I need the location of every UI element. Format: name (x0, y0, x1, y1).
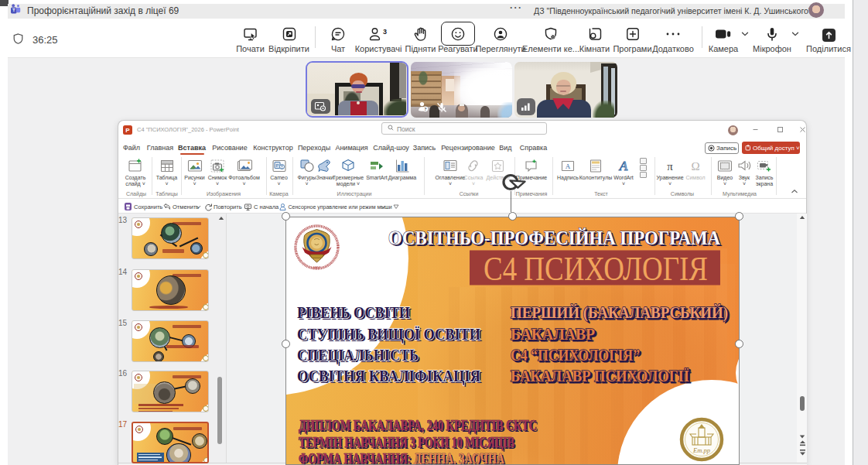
svg-text:РІВЕНЬ ОСВІТИ: РІВЕНЬ ОСВІТИ (297, 303, 410, 322)
svg-text:ОСВІТНЯ КВАЛІФІКАЦІЯ: ОСВІТНЯ КВАЛІФІКАЦІЯ (297, 365, 480, 385)
svg-text:БАКАЛАВР: БАКАЛАВР (511, 324, 595, 344)
svg-text:A: A (566, 162, 571, 170)
svg-text:P: P (275, 163, 279, 168)
svg-text:Ет.рр: Ет.рр (692, 446, 710, 454)
svg-text:?: ? (424, 106, 426, 111)
svg-text:ФОРМА НАВЧАННЯ: ДЕННА, ЗАОЧНА: ФОРМА НАВЧАННЯ: ДЕННА, ЗАОЧНА (299, 450, 504, 465)
svg-text:ДИПЛОМ БАКАЛАВРА, 240 КРЕДИТІВ: ДИПЛОМ БАКАЛАВРА, 240 КРЕДИТІВ ЄКТС (299, 417, 537, 433)
svg-text:С4 ПСИХОЛОГІЯ: С4 ПСИХОЛОГІЯ (484, 249, 708, 287)
svg-text:ТЕРМІН НАВЧАННЯ 3 РОКИ 10 МІСЯ: ТЕРМІН НАВЧАННЯ 3 РОКИ 10 МІСЯЦІВ (299, 434, 514, 450)
svg-text:A: A (619, 159, 628, 173)
svg-text:СПЕЦІАЛЬНІСТЬ: СПЕЦІАЛЬНІСТЬ (297, 345, 419, 364)
svg-text:Ω: Ω (691, 160, 699, 173)
svg-text:ОСВІТНЬО-ПРОФЕСІЙНА ПРОГРАМА: ОСВІТНЬО-ПРОФЕСІЙНА ПРОГРАМА (388, 227, 720, 248)
svg-text:π: π (667, 160, 673, 173)
svg-text:БАКАЛАВР ПСИХОЛОГІЇ: БАКАЛАВР ПСИХОЛОГІЇ (511, 365, 689, 385)
svg-text:P: P (125, 127, 130, 133)
svg-text:С4 “ПСИХОЛОГІЯ”: С4 “ПСИХОЛОГІЯ” (511, 345, 640, 364)
svg-text:T: T (12, 8, 15, 12)
svg-text:ПЕРШИЙ (БАКАЛАВРСЬКИЙ): ПЕРШИЙ (БАКАЛАВРСЬКИЙ) (511, 303, 728, 322)
svg-text:СТУПІНЬ ВИЩОЇ ОСВІТИ: СТУПІНЬ ВИЩОЇ ОСВІТИ (297, 324, 480, 344)
svg-text:3: 3 (383, 28, 387, 36)
